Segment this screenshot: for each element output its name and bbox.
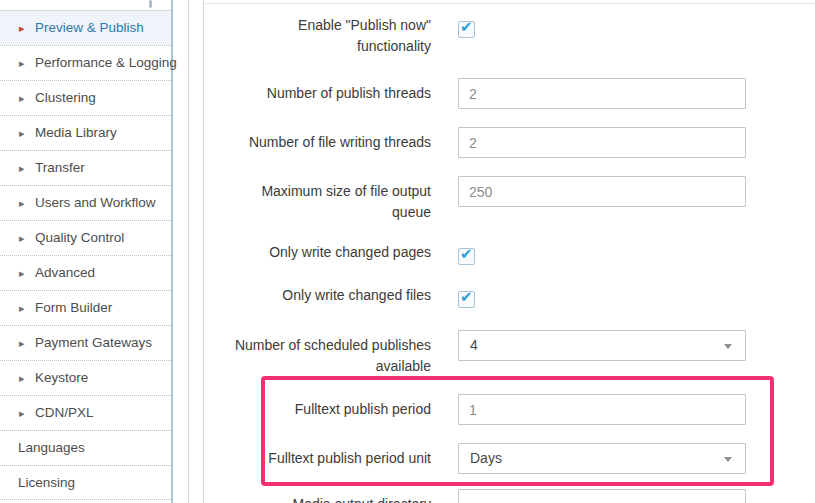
select-value: Days <box>470 450 502 466</box>
fulltext-publish-period-unit-select[interactable]: Days <box>458 443 746 474</box>
field-label: Media output directory <box>204 494 431 503</box>
expand-arrow-icon: ▸ <box>19 361 25 395</box>
expand-arrow-icon: ▸ <box>19 151 25 185</box>
sidebar-item-form-builder[interactable]: ▸ Form Builder <box>0 290 171 325</box>
select-value: 4 <box>470 337 478 353</box>
sidebar-item-keystore[interactable]: ▸ Keystore <box>0 360 171 395</box>
field-label: Maximum size of file output queue <box>204 181 431 223</box>
dropdown-caret-icon <box>724 457 732 462</box>
expand-arrow-icon: ▸ <box>19 396 25 430</box>
sidebar-item-label: Media Library <box>35 125 117 140</box>
field-label: Number of publish threads <box>204 83 431 104</box>
panel-divider <box>188 0 189 503</box>
settings-page: ▸ Preview & Publish ▸ Performance & Logg… <box>0 0 815 503</box>
sidebar-item-label: Languages <box>18 440 85 455</box>
sidebar-item-users-and-workflow[interactable]: ▸ Users and Workflow <box>0 185 171 220</box>
settings-form-panel: Enable "Publish now" functionality ✔ Num… <box>203 0 815 503</box>
sidebar-item-label: Preview & Publish <box>35 20 144 35</box>
sidebar-item-licensing[interactable]: ▸ Licensing <box>0 465 171 500</box>
sidebar-item-label: Licensing <box>18 475 75 490</box>
field-label: Enable "Publish now" functionality <box>204 15 431 57</box>
sidebar-item-transfer[interactable]: ▸ Transfer <box>0 150 171 185</box>
sidebar-item-label: Form Builder <box>35 300 112 315</box>
fulltext-publish-period-input[interactable] <box>458 394 746 425</box>
expand-arrow-icon: ▸ <box>19 116 25 150</box>
expand-arrow-icon: ▸ <box>19 326 25 360</box>
media-output-directory-input[interactable] <box>458 489 746 503</box>
form-row-fulltext-publish-period: Fulltext publish period <box>204 394 815 425</box>
sidebar-item-payment-gateways[interactable]: ▸ Payment Gateways <box>0 325 171 360</box>
sidebar-nav-list: ▸ Preview & Publish ▸ Performance & Logg… <box>0 10 171 500</box>
field-label: Fulltext publish period <box>204 399 431 420</box>
dropdown-caret-icon <box>724 344 732 349</box>
sidebar-item-label: Advanced <box>35 265 95 280</box>
sidebar-item-clustering[interactable]: ▸ Clustering <box>0 80 171 115</box>
expand-arrow-icon: ▸ <box>19 291 25 325</box>
field-label: Only write changed files <box>204 285 431 306</box>
sidebar-item-advanced[interactable]: ▸ Advanced <box>0 255 171 290</box>
expand-arrow-icon: ▸ <box>19 46 25 80</box>
sidebar-item-label: Users and Workflow <box>35 195 156 210</box>
checkmark-icon: ✔ <box>460 288 473 306</box>
expand-arrow-icon: ▸ <box>19 256 25 290</box>
form-row-scheduled-publishes-available: Number of scheduled publishes available … <box>204 330 815 377</box>
sidebar-item-label: CDN/PXL <box>35 405 94 420</box>
form-row-only-write-changed-pages: Only write changed pages ✔ <box>204 246 815 265</box>
form-row-max-file-output-queue: Maximum size of file output queue <box>204 176 815 223</box>
field-label: Fulltext publish period unit <box>204 448 431 469</box>
field-label: Only write changed pages <box>204 242 431 263</box>
sidebar-item-preview-publish[interactable]: ▸ Preview & Publish <box>0 10 171 45</box>
sidebar-scrollbar[interactable] <box>149 0 152 8</box>
sidebar-item-languages[interactable]: ▸ Languages <box>0 430 171 465</box>
expand-arrow-icon: ▸ <box>19 221 25 255</box>
publish-threads-input[interactable] <box>458 78 746 109</box>
sidebar-item-label: Payment Gateways <box>35 335 152 350</box>
checkmark-icon: ✔ <box>460 18 473 36</box>
enable-publish-now-checkbox[interactable]: ✔ <box>458 21 475 38</box>
sidebar-item-quality-control[interactable]: ▸ Quality Control <box>0 220 171 255</box>
expand-arrow-icon: ▸ <box>19 186 25 220</box>
checkmark-icon: ✔ <box>460 245 473 263</box>
max-file-output-queue-input[interactable] <box>458 176 746 207</box>
sidebar-item-label: Quality Control <box>35 230 124 245</box>
sidebar-item-label: Clustering <box>35 90 96 105</box>
sidebar-item-performance-logging[interactable]: ▸ Performance & Logging <box>0 45 171 80</box>
form-row-only-write-changed-files: Only write changed files ✔ <box>204 289 815 308</box>
expand-arrow-icon: ▸ <box>19 11 25 45</box>
scheduled-publishes-available-select[interactable]: 4 <box>458 330 746 361</box>
sidebar-item-media-library[interactable]: ▸ Media Library <box>0 115 171 150</box>
only-write-changed-files-checkbox[interactable]: ✔ <box>458 291 475 308</box>
field-label: Number of file writing threads <box>204 132 431 153</box>
sidebar-item-cdn-pxl[interactable]: ▸ CDN/PXL <box>0 395 171 430</box>
field-label: Number of scheduled publishes available <box>204 335 431 377</box>
sidebar-item-label: Keystore <box>35 370 88 385</box>
file-writing-threads-input[interactable] <box>458 127 746 158</box>
form-row-media-output-directory: Media output directory <box>204 489 815 503</box>
only-write-changed-pages-checkbox[interactable]: ✔ <box>458 248 475 265</box>
form-row-enable-publish-now: Enable "Publish now" functionality ✔ <box>204 19 815 57</box>
form-row-file-writing-threads: Number of file writing threads <box>204 127 815 158</box>
content-top-divider <box>204 3 815 4</box>
sidebar: ▸ Preview & Publish ▸ Performance & Logg… <box>0 0 173 503</box>
sidebar-item-label: Transfer <box>35 160 85 175</box>
form-row-publish-threads: Number of publish threads <box>204 78 815 109</box>
sidebar-item-label: Performance & Logging <box>35 55 177 70</box>
form-row-fulltext-publish-period-unit: Fulltext publish period unit Days <box>204 443 815 474</box>
expand-arrow-icon: ▸ <box>19 81 25 115</box>
